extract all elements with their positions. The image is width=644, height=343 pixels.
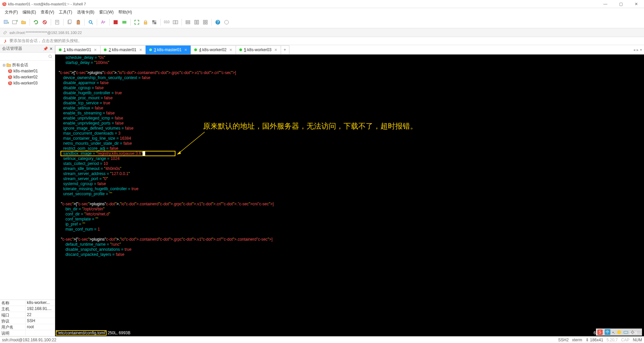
maximize-button[interactable]: ▢ (613, 0, 629, 8)
tree-item[interactable]: Sk8s-worker02 (1, 74, 54, 80)
terminal-line: max_conf_num = 1 (55, 227, 644, 232)
fullscreen-icon[interactable] (133, 19, 140, 26)
tab-status-dot (59, 48, 62, 51)
terminal-footer: "/etc/containerd/config.toml" 250L, 6993… (55, 331, 644, 336)
tab-label: k8s-master01 (112, 47, 136, 52)
svg-rect-19 (144, 22, 147, 24)
sidebar-pin-icon[interactable]: 📌 (43, 46, 48, 51)
layout-grid-icon[interactable] (202, 19, 209, 26)
tab-add-button[interactable]: + (281, 45, 289, 54)
tab[interactable]: 1 k8s-master01✕ (55, 45, 100, 54)
svg-text:S: S (599, 330, 601, 335)
terminal-line: disable_cgroup = false (55, 85, 644, 91)
transparency-icon[interactable] (151, 19, 158, 26)
svg-line-37 (51, 57, 52, 58)
address-bar: ssh://root:***************@192.168.91.10… (0, 28, 644, 37)
terminal-line: stream_server_address = "127.0.0.1" (55, 171, 644, 176)
ime-lang-icon[interactable]: 中 (605, 329, 610, 335)
hint-bar: 要添加当前会话，点击左侧的箭头按钮。 (0, 37, 644, 45)
terminal-line: disable_hugetlb_controller = true (55, 91, 644, 96)
terminal-line: tolerate_missing_hugetlb_controller = tr… (55, 186, 644, 192)
encoding-icon[interactable] (172, 19, 179, 26)
terminal-line: ignore_image_defined_volumes = false (55, 126, 644, 131)
new-session-icon[interactable]: + (3, 19, 9, 26)
tab-next-icon[interactable]: ▸ (637, 47, 639, 52)
find-icon[interactable] (87, 19, 94, 26)
help-icon[interactable]: ? (214, 19, 221, 26)
info-icon[interactable] (223, 19, 230, 26)
tree-item[interactable]: Sk8s-master01 (1, 68, 54, 74)
new-window-icon[interactable]: + (11, 19, 18, 26)
tray-keyboard-icon[interactable] (623, 330, 628, 335)
terminal-line: enable_tls_streaming = false (55, 111, 644, 116)
tray-punct-icon[interactable]: •, (612, 330, 615, 334)
sidebar-search[interactable] (0, 53, 55, 61)
tree-collapse-icon[interactable]: ⊟ (2, 63, 6, 67)
layout-vert-icon[interactable] (193, 19, 200, 26)
tab[interactable]: 5 k8s-worker03✕ (236, 45, 281, 54)
menu-tabs[interactable]: 选项卡(B) (75, 9, 96, 16)
terminal[interactable]: schedule_delay = "0s" startup_delay = "1… (55, 55, 644, 336)
menu-view[interactable]: 查看(V) (39, 9, 56, 16)
close-button[interactable]: ✕ (629, 0, 644, 8)
ime-icon[interactable]: S (597, 330, 603, 335)
status-num: NUM (633, 338, 642, 342)
tab-list-icon[interactable]: ▾ (640, 47, 642, 52)
svg-text:+: + (16, 20, 17, 23)
font-icon[interactable]: A▾ (100, 19, 107, 26)
lock-icon[interactable] (142, 19, 149, 26)
tab-label: k8s-worker02 (202, 47, 227, 52)
menu-tools[interactable]: 工具(T) (57, 9, 74, 16)
tray-smile-icon[interactable] (617, 330, 621, 335)
tab-prev-icon[interactable]: ◂ (633, 47, 635, 52)
ascii-icon[interactable]: 010 (163, 19, 170, 26)
layout-horiz-icon[interactable] (185, 19, 191, 26)
toolbar: + + A▾ 010 ? (0, 16, 644, 28)
terminal-line: ip_pref = "" (55, 222, 644, 227)
tab-close-icon[interactable]: ✕ (94, 48, 97, 52)
terminal-line: "c-sec">["c-sec">plugins"c-dot">."io"c-d… (55, 237, 644, 242)
session-icon: S (7, 74, 13, 80)
tab-close-icon[interactable]: ✕ (139, 48, 142, 52)
terminal-line (55, 232, 644, 237)
address-text[interactable]: ssh://root:***************@192.168.91.10… (9, 31, 82, 35)
tab[interactable]: 4 k8s-worker02✕ (191, 45, 236, 54)
terminal-line: stats_collect_period = 10 (55, 161, 644, 166)
prop-proto-key: 协议 (0, 318, 26, 324)
menu-file[interactable]: 文件(F) (3, 9, 20, 16)
reconnect-icon[interactable] (33, 19, 39, 26)
properties-icon[interactable] (54, 19, 61, 26)
svg-rect-27 (195, 20, 196, 24)
copy-icon[interactable] (66, 19, 73, 26)
svg-rect-18 (122, 21, 126, 24)
terminal-line: discard_unpacked_layers = false (55, 252, 644, 257)
menu-help[interactable]: 帮助(H) (116, 9, 134, 16)
tab-close-icon[interactable]: ✕ (274, 48, 277, 52)
menu-window[interactable]: 窗口(W) (97, 9, 116, 16)
open-icon[interactable] (20, 19, 27, 26)
terminal-line: selinux_category_range = 1024 (55, 156, 644, 161)
tree-item[interactable]: Sk8s-worker03 (1, 80, 54, 86)
tab-close-icon[interactable]: ✕ (184, 48, 187, 52)
prop-proto-val: SSH (26, 318, 55, 324)
sidebar-close-icon[interactable]: ✕ (49, 46, 53, 51)
color-icon[interactable] (112, 19, 119, 26)
prop-name-key: 名称 (0, 300, 26, 306)
minimize-button[interactable]: — (598, 0, 613, 8)
tab[interactable]: 2 k8s-master01✕ (100, 45, 146, 54)
svg-rect-24 (175, 21, 178, 24)
tab[interactable]: 3 k8s-master01✕ (146, 45, 191, 54)
terminal-line: disable_apparmor = false (55, 80, 644, 85)
disconnect-icon[interactable] (41, 19, 48, 26)
tab-close-icon[interactable]: ✕ (229, 48, 232, 52)
tree-root[interactable]: ⊟ 所有会话 (1, 62, 54, 68)
tray-settings-icon[interactable] (630, 330, 635, 335)
svg-rect-49 (624, 331, 628, 334)
tray-more-icon[interactable]: ⋯ (637, 330, 641, 334)
menu-edit[interactable]: 编辑(E) (21, 9, 38, 16)
tab-bar: 1 k8s-master01✕2 k8s-master01✕3 k8s-mast… (55, 45, 644, 55)
terminal-line: stream_idle_timeout = "4h0m0s" (55, 166, 644, 171)
paste-icon[interactable] (75, 19, 82, 26)
tab-status-dot (104, 48, 107, 51)
highlight-icon[interactable] (121, 19, 128, 26)
